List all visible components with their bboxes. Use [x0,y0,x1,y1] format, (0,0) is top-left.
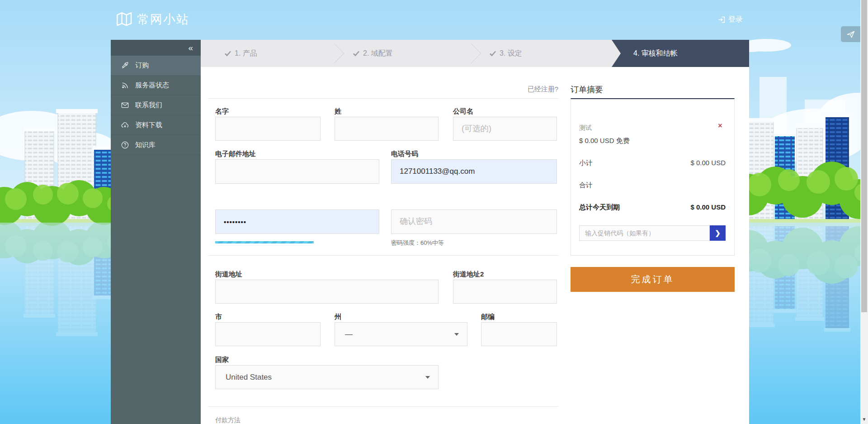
confirm-password-input[interactable] [391,210,557,234]
paper-plane-icon [846,30,855,39]
city-label: 市 [215,313,222,321]
sidebar-item-downloads[interactable]: 资料下载 [111,115,201,135]
summary-item-price: $ 0.00 USD 免费 [579,137,630,145]
signal-icon [121,81,129,90]
scrollbar-down-arrow-icon[interactable]: ▼ [862,417,867,422]
password-strength-bar [215,241,314,243]
login-label: 登录 [728,15,743,24]
sidebar-item-label: 知识库 [135,141,156,149]
country-select-value: United States [226,373,272,382]
state-select[interactable]: — [335,322,467,346]
phone-label: 电话号码 [391,150,418,158]
caret-down-icon [425,376,430,379]
check-icon [489,50,496,57]
order-summary-title: 订单摘要 [571,84,603,95]
question-circle-icon [121,141,129,149]
sidebar-item-label: 联系我们 [135,101,162,110]
already-registered-link[interactable]: 已经注册? [518,85,558,94]
map-logo-icon [115,11,132,28]
state-label: 州 [335,313,341,321]
postcode-label: 邮编 [481,313,495,321]
caret-down-icon [454,333,459,336]
address2-label: 街道地址2 [453,270,484,279]
check-icon [353,50,360,57]
brand-logo[interactable]: 常网小站 [115,11,189,28]
step-products[interactable]: 1. 产品 [201,40,338,67]
step-label: 4. 审核和结帐 [633,49,678,58]
city-input[interactable] [215,322,321,346]
brand-title: 常网小站 [137,11,189,28]
step-label: 2. 域配置 [363,49,393,58]
email-input[interactable] [215,159,379,184]
feedback-widget-button[interactable] [841,26,861,42]
country-select[interactable]: United States [215,365,439,389]
rocket-icon [121,61,129,70]
last-name-input[interactable] [335,117,439,141]
complete-order-button[interactable]: 完成订单 [571,267,735,292]
apply-promo-button[interactable]: ❯ [710,225,726,241]
address2-input[interactable] [453,280,557,304]
envelope-icon [121,101,129,110]
password-input[interactable] [215,210,379,234]
subtotal-value: $ 0.00 USD [635,159,726,167]
step-review-checkout[interactable]: 4. 审核和结帐 [612,40,749,67]
divider [208,406,558,407]
company-input[interactable] [453,117,557,141]
sidebar-item-knowledgebase[interactable]: 知识库 [111,135,201,155]
checkout-steps: 1. 产品 2. 域配置 3. 设定 4. 审核和结帐 [201,40,749,67]
last-name-label: 姓 [335,107,341,116]
divider [208,255,558,256]
state-select-value: — [345,330,353,339]
login-button[interactable]: 登录 [718,15,743,24]
sidebar-item-server-status[interactable]: 服务器状态 [111,76,201,95]
sidebar-item-label: 订购 [135,61,149,70]
first-name-label: 名字 [215,107,229,116]
chevron-right-icon: ❯ [715,229,721,237]
password-strength-text: 密码强度：60%中等 [391,239,444,247]
postcode-input[interactable] [481,322,557,346]
sidebar-item-order[interactable]: 订购 [111,56,201,76]
divider [208,98,558,99]
scrollbar-thumb[interactable] [861,0,867,312]
promo-code-input[interactable] [579,225,710,241]
total-label: 合计 [579,181,593,190]
step-domain-config[interactable]: 2. 域配置 [338,40,475,67]
payment-method-heading: 付款方法 [215,416,241,424]
address1-input[interactable] [215,280,439,304]
sidebar-collapse-button[interactable]: « [111,40,201,56]
sidebar-item-label: 资料下载 [135,121,162,129]
due-today-value: $ 0.00 USD [635,203,726,211]
step-label: 3. 设定 [500,49,522,58]
phone-input[interactable] [391,159,557,184]
login-icon [718,16,726,24]
cloud-download-icon [121,121,129,129]
country-label: 国家 [215,356,229,364]
sidebar: « 订购 服务器状态 联系我们 资料下载 知识库 [111,40,201,424]
sidebar-item-label: 服务器状态 [135,81,169,90]
address1-label: 街道地址 [215,270,242,279]
email-label: 电子邮件地址 [215,150,256,158]
step-settings[interactable]: 3. 设定 [475,40,612,67]
step-label: 1. 产品 [235,49,257,58]
check-icon [224,50,231,57]
collapse-chevrons: « [188,43,193,53]
company-label: 公司名 [453,107,473,116]
summary-item-name: 测试 [579,124,592,132]
remove-item-icon[interactable]: × [716,122,725,130]
subtotal-label: 小计 [579,159,593,167]
due-today-label: 总计今天到期 [579,203,620,212]
sidebar-item-contact[interactable]: 联系我们 [111,95,201,115]
first-name-input[interactable] [215,117,321,141]
complete-order-label: 完成订单 [631,273,675,286]
